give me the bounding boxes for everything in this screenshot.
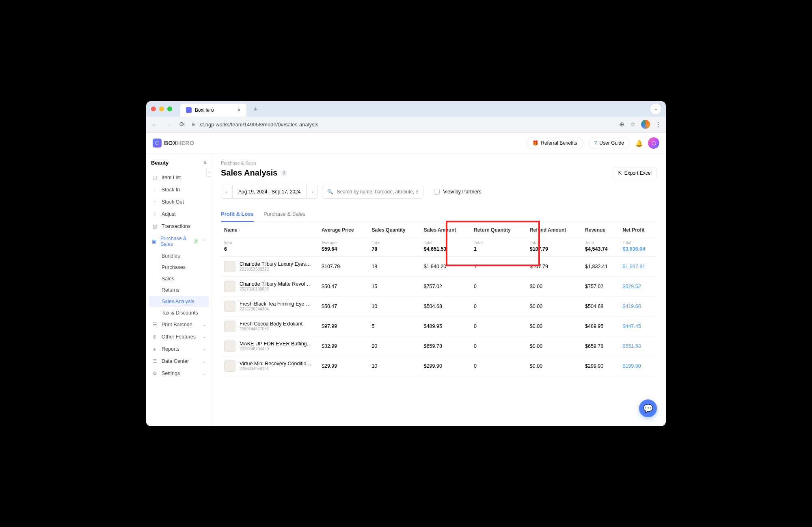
nav-bundles[interactable]: Bundles (146, 250, 212, 262)
help-icon: ? (594, 140, 597, 146)
cell-rev: $659.78 (582, 336, 619, 356)
col-avg-price[interactable]: Average Price (318, 222, 368, 238)
col-net-profit[interactable]: Net Profit (619, 222, 657, 238)
user-avatar[interactable]: ⬡ (648, 137, 659, 149)
nav-sales-analysis[interactable]: Sales Analysis (149, 296, 209, 307)
col-sales-qty[interactable]: Sales Quantity (368, 222, 420, 238)
nav-tax-discounts[interactable]: Tax & Discounts (146, 307, 212, 319)
nav-data-center[interactable]: ☰Data Center⌄ (146, 355, 212, 367)
cell-sq: 20 (368, 336, 420, 356)
view-by-partners-checkbox[interactable]: View by Partners (434, 189, 481, 195)
search-box[interactable]: 🔍 (322, 185, 423, 199)
gift-icon: 🎁 (532, 140, 538, 146)
adjust-icon: ↕ (152, 211, 158, 217)
col-revenue[interactable]: Revenue (582, 222, 619, 238)
reload-button[interactable]: ⟳ (178, 121, 186, 128)
main-content: Purchase & Sales Sales Analysis ? ⇱ Expo… (212, 154, 666, 426)
tab-close-icon[interactable]: × (238, 107, 241, 113)
nav-stock-out[interactable]: ↑Stock Out (146, 196, 212, 208)
table-row[interactable]: Fresh Cocoa Body Exfoliant2069144627052$… (221, 316, 657, 336)
more-icon[interactable]: ⋮ (656, 121, 662, 128)
cell-rq: 0 (471, 276, 527, 296)
cell-rev: $1,832.41 (582, 256, 619, 276)
item-sku: 2069144627052 (240, 327, 302, 331)
forward-button[interactable]: → (164, 121, 172, 128)
url-bar[interactable]: ⊟ st.bgp.works/team/149058/mode/0#/sales… (192, 121, 613, 128)
col-return-qty[interactable]: Return Quantity (471, 222, 527, 238)
col-sales-amt[interactable]: Sales Amount (421, 222, 471, 238)
bookmark-icon[interactable]: ☆ (630, 121, 635, 128)
chat-support-button[interactable]: 💬 (639, 399, 657, 417)
cell-avg: $50.47 (318, 276, 368, 296)
cell-rq: 0 (471, 336, 527, 356)
profile-avatar[interactable] (641, 120, 650, 129)
totals-row: Item6Average$59.64Total78Total$4,651.53T… (221, 238, 657, 256)
nav-reports[interactable]: ⫝Reports⌄ (146, 343, 212, 355)
cell-np: $199.90 (619, 356, 657, 376)
nav-item-list[interactable]: ▢Item List (146, 171, 212, 184)
url-text: st.bgp.works/team/149058/mode/0#/sales-a… (200, 121, 318, 128)
item-thumbnail (224, 340, 235, 352)
nav-settings[interactable]: ⚙Settings⌄ (146, 367, 212, 380)
new-tab-button[interactable]: + (254, 105, 258, 114)
breadcrumb: Purchase & Sales (221, 160, 657, 165)
close-window[interactable] (151, 106, 156, 111)
date-prev-button[interactable]: ‹ (221, 185, 233, 198)
nav-returns[interactable]: Returns (146, 284, 212, 296)
user-guide-button[interactable]: ? User Guide (588, 137, 630, 149)
site-info-icon[interactable]: ⊟ (192, 121, 196, 127)
nav-stock-in[interactable]: ↓Stock In (146, 184, 212, 196)
cell-sq: 10 (368, 296, 420, 316)
nav-purchase-sales[interactable]: ▣ Purchase & Sales β ⌃ (146, 232, 212, 250)
table-row[interactable]: Charlotte Tilbury Luxury Eyeshadow Palet… (221, 256, 657, 276)
cell-sq: 10 (368, 356, 420, 376)
item-thumbnail (224, 360, 235, 372)
minimize-window[interactable] (159, 106, 164, 111)
notifications-icon[interactable]: 🔔 (635, 139, 643, 147)
workspace-selector[interactable]: Beauty ⇅ (146, 154, 212, 171)
referral-benefits-button[interactable]: 🎁 Referral Benefits (526, 137, 583, 149)
table-row[interactable]: Fresh Black Tea Firming Eye Serum2012736… (221, 296, 657, 316)
cell-np: $419.68 (619, 296, 657, 316)
nav-print-barcode[interactable]: ☰Print Barcode⌄ (146, 319, 212, 331)
search-input[interactable] (337, 189, 418, 195)
traffic-lights (151, 106, 172, 111)
cell-sa: $757.02 (421, 276, 471, 296)
help-question-icon[interactable]: ? (281, 170, 287, 176)
col-refund-amt[interactable]: Refund Amount (527, 222, 582, 238)
tab-profit-loss[interactable]: Profit & Loss (221, 207, 254, 222)
export-excel-button[interactable]: ⇱ Export Excel (613, 167, 657, 179)
nav-transactions[interactable]: ▤Transactions (146, 220, 212, 232)
chart-icon: ⫝ (152, 346, 158, 352)
item-sku: 2013053509312 (240, 267, 313, 271)
table-row[interactable]: Charlotte Tilbury Matte Revolution Lipst… (221, 276, 657, 296)
sidebar-collapse-button[interactable]: ‹ (206, 168, 212, 177)
logo[interactable]: ⬡ BOXHERO (153, 139, 194, 147)
tabs-dropdown[interactable]: ⌄ (650, 104, 661, 114)
nav-sales[interactable]: Sales (146, 273, 212, 284)
page-title: Sales Analysis ? (221, 168, 287, 178)
nav-other-features[interactable]: ⊕Other Features⌄ (146, 331, 212, 343)
back-button[interactable]: ← (150, 121, 158, 128)
col-name[interactable]: Name (221, 222, 318, 238)
chevron-up-icon: ⌃ (203, 239, 206, 243)
checkbox-icon (434, 189, 440, 195)
maximize-window[interactable] (167, 106, 172, 111)
nav-adjust[interactable]: ↕Adjust (146, 208, 212, 220)
cell-rev: $299.90 (582, 356, 619, 376)
browser-tab[interactable]: BoxHero × (180, 104, 246, 117)
cell-np: $629.52 (619, 276, 657, 296)
tab-purchase-sales[interactable]: Purchase & Sales (263, 207, 305, 222)
cell-ra: $0.00 (527, 296, 582, 316)
nav-purchases[interactable]: Purchases (146, 262, 212, 273)
cell-ra: $0.00 (527, 316, 582, 336)
cell-sa: $1,940.20 (421, 256, 471, 276)
date-next-button[interactable]: › (306, 185, 317, 198)
logo-icon: ⬡ (153, 139, 162, 147)
table-row[interactable]: MAKE UP FOR EVER Buffing Foundation Bru.… (221, 336, 657, 356)
chevron-down-icon: ⌄ (203, 359, 206, 363)
zoom-icon[interactable]: ⊕ (619, 121, 624, 128)
table-row[interactable]: Virtue Mini Recovery Conditioner20560346… (221, 356, 657, 376)
date-range-text: Aug 19, 2024 - Sep 17, 2024 (233, 189, 306, 195)
date-range-picker[interactable]: ‹ Aug 19, 2024 - Sep 17, 2024 › (221, 185, 318, 199)
